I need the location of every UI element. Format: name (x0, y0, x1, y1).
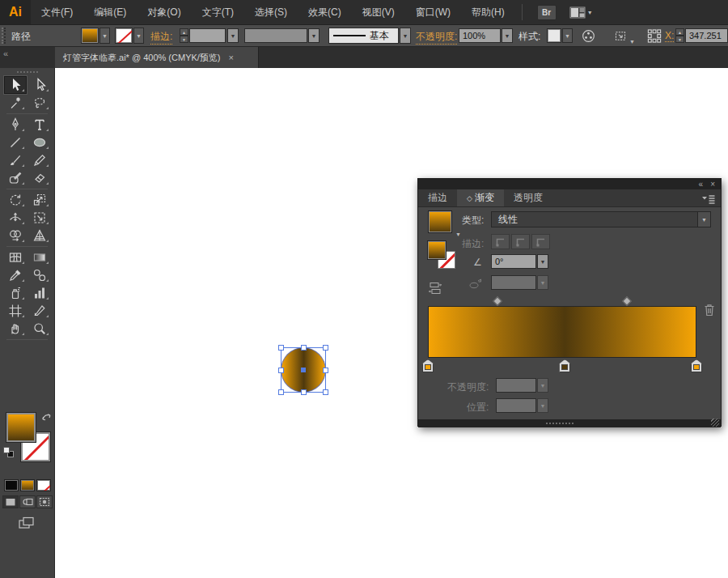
rotate-tool[interactable] (4, 191, 27, 209)
selection-handle[interactable] (323, 368, 328, 373)
draw-normal-button[interactable] (2, 495, 19, 508)
toolbar-collapse-icon[interactable]: « (3, 49, 8, 58)
select-similar-button[interactable] (613, 29, 628, 46)
gradient-midpoint[interactable] (493, 296, 502, 305)
menu-select[interactable]: 选择(S) (244, 0, 298, 24)
selection-handle[interactable] (323, 345, 328, 351)
stroke-color-swatch[interactable] (115, 28, 133, 44)
line-segment-tool[interactable] (4, 134, 27, 151)
stroke-gradient-along-button[interactable] (511, 234, 530, 249)
gradient-midpoint[interactable] (622, 296, 631, 305)
selection-handle[interactable] (323, 389, 328, 395)
blend-tool[interactable] (28, 266, 51, 284)
ellipse-tool[interactable] (28, 134, 51, 151)
tab-gradient[interactable]: ◇ 渐变 (457, 189, 504, 206)
blob-brush-tool[interactable] (4, 169, 27, 187)
fill-color-swatch[interactable] (81, 28, 99, 44)
stroke-weight-stepper[interactable]: ▲ ▼ (180, 28, 188, 43)
column-graph-tool[interactable] (28, 284, 51, 302)
gradient-type-dropdown[interactable]: 线性 ▼ (491, 211, 711, 227)
mesh-tool[interactable] (4, 249, 27, 266)
menu-window[interactable]: 窗口(W) (405, 0, 461, 24)
align-options-button[interactable] (646, 28, 662, 47)
hand-tool[interactable] (4, 320, 27, 338)
shape-builder-tool[interactable] (4, 227, 27, 244)
stroke-panel-link[interactable]: 描边: (150, 30, 172, 45)
none-button[interactable] (36, 479, 51, 491)
panel-title-bar[interactable]: « × (418, 179, 721, 189)
style-swatch[interactable] (547, 28, 561, 43)
panel-resize-grip[interactable] (711, 419, 719, 427)
stepper-down-icon[interactable]: ▼ (180, 36, 188, 43)
opacity-dropdown[interactable]: ▼ (502, 28, 513, 43)
gradient-angle-dropdown[interactable]: ▼ (537, 254, 548, 269)
stroke-weight-field[interactable] (189, 28, 226, 43)
menu-object[interactable]: 对象(O) (137, 0, 191, 24)
lasso-tool[interactable] (28, 94, 51, 112)
draw-inside-button[interactable] (36, 495, 53, 508)
bridge-button[interactable]: Br (537, 5, 557, 20)
gradient-stop-middle[interactable] (559, 359, 570, 372)
panel-fill-gradient[interactable] (428, 241, 446, 259)
controlbar-grip[interactable] (2, 28, 6, 44)
selection-handle[interactable] (278, 368, 284, 373)
opacity-field[interactable]: 100% (459, 28, 501, 43)
selection-handle[interactable] (278, 345, 284, 351)
width-profile-dropdown[interactable]: ▼ (308, 28, 320, 43)
artboard-tool[interactable] (4, 302, 27, 320)
menu-edit[interactable]: 编辑(E) (83, 0, 137, 24)
workspace-switcher-button[interactable]: ▼ (569, 6, 593, 19)
app-logo[interactable]: Ai (0, 0, 31, 24)
color-button[interactable] (4, 479, 19, 491)
delete-stop-button[interactable] (703, 303, 716, 321)
eraser-tool[interactable] (28, 169, 51, 187)
close-panel-icon[interactable]: × (710, 179, 715, 189)
brush-definition-dropdown[interactable]: ▼ (400, 28, 411, 44)
tab-transparency[interactable]: 透明度 (504, 189, 552, 206)
screen-mode-button[interactable] (15, 515, 39, 531)
stroke-color-dropdown[interactable]: ▼ (133, 28, 144, 44)
menu-view[interactable]: 视图(V) (352, 0, 405, 24)
gradient-ramp[interactable] (428, 306, 696, 358)
style-dropdown[interactable]: ▼ (562, 28, 573, 43)
stepper-up-icon[interactable]: ▲ (180, 28, 188, 36)
opacity-panel-link[interactable]: 不透明度: (416, 30, 457, 45)
symbol-sprayer-tool[interactable] (4, 284, 27, 302)
gradient-tool[interactable] (28, 249, 51, 266)
type-tool[interactable] (28, 116, 51, 134)
select-similar-dropdown[interactable]: ▼ (629, 32, 635, 47)
swap-fill-stroke-icon[interactable] (40, 411, 53, 426)
scale-tool[interactable] (28, 191, 51, 209)
panel-drag-handle[interactable] (546, 423, 574, 424)
selection-handle[interactable] (301, 345, 307, 351)
stroke-weight-dropdown[interactable]: ▼ (227, 28, 239, 43)
menu-file[interactable]: 文件(F) (31, 0, 83, 24)
x-coordinate-field[interactable]: 347.251 (685, 28, 728, 43)
eyedropper-tool[interactable] (4, 266, 27, 284)
recolor-artwork-button[interactable] (581, 28, 596, 47)
stepper-up-icon[interactable]: ▲ (675, 28, 684, 36)
perspective-grid-tool[interactable] (28, 227, 51, 244)
free-transform-tool[interactable] (28, 209, 51, 227)
gradient-stop-left[interactable] (422, 359, 434, 372)
collapse-panel-icon[interactable]: « (698, 179, 703, 189)
gradient-button[interactable] (20, 479, 35, 491)
menu-help[interactable]: 帮助(H) (461, 0, 515, 24)
tab-stroke[interactable]: 描边 (418, 189, 457, 206)
pen-tool[interactable] (4, 116, 27, 134)
paintbrush-tool[interactable] (4, 151, 27, 169)
panel-menu-button[interactable] (701, 193, 716, 207)
menu-effect[interactable]: 效果(C) (298, 0, 352, 24)
close-tab-icon[interactable]: × (229, 53, 234, 62)
x-coordinate-stepper[interactable]: ▲ ▼ (675, 28, 684, 43)
magic-wand-tool[interactable] (4, 94, 27, 112)
document-tab[interactable]: 灯管字体临摹.ai* @ 400% (CMYK/预览) × (55, 47, 259, 68)
selection-tool[interactable] (4, 76, 27, 94)
fill-color-dropdown[interactable]: ▼ (99, 28, 110, 44)
stroke-gradient-within-button[interactable] (491, 234, 510, 249)
draw-behind-button[interactable] (19, 495, 36, 508)
toolbar-drag-handle[interactable] (17, 71, 38, 73)
selection-handle[interactable] (301, 389, 307, 395)
gradient-stop-right[interactable] (691, 359, 702, 372)
width-profile-field[interactable] (244, 28, 307, 43)
